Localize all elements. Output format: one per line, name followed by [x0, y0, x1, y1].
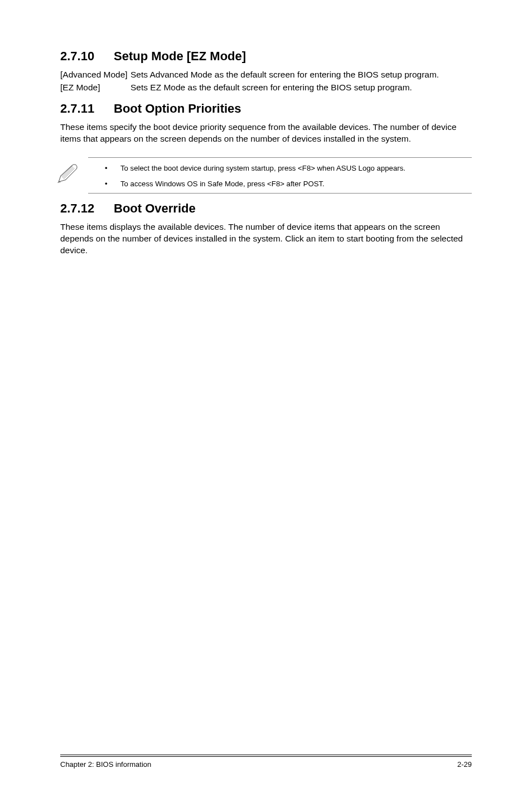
section-title: Boot Override — [114, 201, 196, 216]
definition-description: Sets EZ Mode as the default screen for e… — [130, 82, 472, 94]
note-block: To select the boot device during system … — [88, 157, 472, 194]
definition-term: [EZ Mode] — [60, 82, 130, 94]
section-body: These items specify the boot device prio… — [60, 122, 472, 145]
footer-rule — [60, 755, 472, 755]
definition-row: [EZ Mode] Sets EZ Mode as the default sc… — [60, 82, 472, 94]
note-item: To select the boot device during system … — [120, 163, 472, 173]
definition-description: Sets Advanced Mode as the default screen… — [130, 69, 472, 81]
section-title: Boot Option Priorities — [114, 102, 241, 116]
note-item: To access Windows OS in Safe Mode, press… — [120, 179, 472, 189]
section-title: Setup Mode [EZ Mode] — [114, 49, 246, 64]
definition-row: [Advanced Mode] Sets Advanced Mode as th… — [60, 69, 472, 81]
section-body: These items displays the available devic… — [60, 221, 472, 257]
section-heading-boot-override: 2.7.12 Boot Override — [60, 201, 472, 216]
footer-page-number: 2-29 — [457, 760, 472, 769]
footer-rule — [60, 756, 472, 757]
section-number: 2.7.10 — [60, 49, 114, 64]
section-heading-setup-mode: 2.7.10 Setup Mode [EZ Mode] — [60, 49, 472, 64]
section-heading-boot-priorities: 2.7.11 Boot Option Priorities — [60, 102, 472, 116]
section-number: 2.7.12 — [60, 201, 114, 216]
note-list: To select the boot device during system … — [88, 163, 472, 189]
pen-note-icon — [56, 162, 79, 186]
page-footer: Chapter 2: BIOS information 2-29 — [60, 755, 472, 769]
definition-term: [Advanced Mode] — [60, 69, 130, 81]
footer-chapter: Chapter 2: BIOS information — [60, 760, 151, 769]
section-number: 2.7.11 — [60, 102, 114, 116]
